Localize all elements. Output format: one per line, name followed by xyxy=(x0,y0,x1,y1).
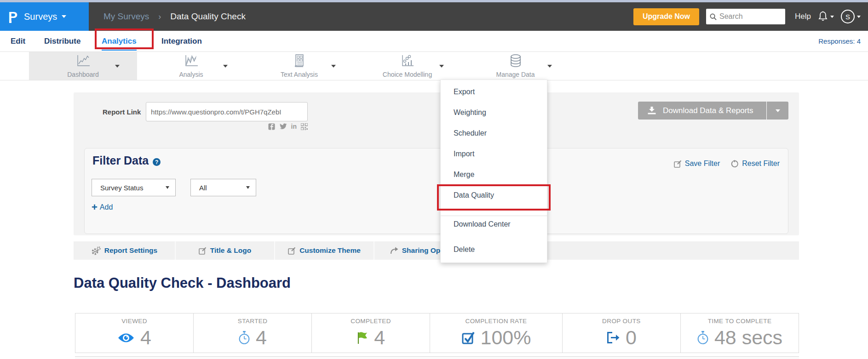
linkedin-icon[interactable]: in xyxy=(291,123,297,130)
chevron-down-icon xyxy=(776,109,780,112)
toolbar-item-label: Text Analysis xyxy=(245,71,353,78)
edit-icon xyxy=(674,160,682,168)
search-input[interactable] xyxy=(719,12,779,21)
customize-theme-label: Customize Theme xyxy=(299,246,361,255)
facebook-icon[interactable] xyxy=(268,123,275,130)
chevron-down-icon[interactable] xyxy=(331,65,336,68)
chevron-down-icon xyxy=(857,16,861,18)
stat-label: DROP OUTS xyxy=(602,318,641,325)
multi-line-chart-icon xyxy=(184,54,199,69)
menu-item-scheduler[interactable]: Scheduler xyxy=(454,129,487,137)
filter-field-value: Survey Status xyxy=(100,184,143,192)
scatter-chart-icon xyxy=(400,54,415,69)
tab-integration[interactable]: Integration xyxy=(161,31,202,51)
filter-selects-row: Survey Status All xyxy=(92,179,256,196)
plus-icon: + xyxy=(92,203,98,212)
report-actions-strip: Report Settings Title & Logo Customize T… xyxy=(74,241,799,260)
help-link[interactable]: Help xyxy=(795,12,811,21)
breadcrumb-my-surveys[interactable]: My Surveys xyxy=(103,11,149,22)
eye-icon xyxy=(117,332,135,343)
document-report-icon xyxy=(293,54,305,69)
product-name: Surveys xyxy=(24,11,57,22)
header-right-group: Upgrade Now Help S xyxy=(633,2,861,31)
stat-label: STARTED xyxy=(238,318,268,325)
share-icon xyxy=(390,247,398,254)
add-filter-button[interactable]: + Add xyxy=(92,203,113,212)
line-chart-icon xyxy=(75,54,91,69)
account-menu[interactable]: S xyxy=(841,10,861,23)
notifications-menu[interactable] xyxy=(818,11,834,22)
product-switcher[interactable]: P Surveys xyxy=(0,2,89,31)
toolbar-item-label: Dashboard xyxy=(29,71,137,78)
reset-icon xyxy=(731,160,739,168)
database-icon xyxy=(509,54,523,70)
chevron-down-icon[interactable] xyxy=(547,65,552,68)
customize-theme-button[interactable]: Customize Theme xyxy=(275,241,374,260)
menu-item-data-quality[interactable]: Data Quality xyxy=(454,191,494,199)
upgrade-now-button[interactable]: Upgrade Now xyxy=(633,8,699,25)
toolbar-item-label: Choice Modelling xyxy=(353,71,461,78)
stat-drop-outs: DROP OUTS 0 xyxy=(563,313,681,353)
report-link-input[interactable] xyxy=(146,102,308,121)
stat-value: 4 xyxy=(374,326,385,349)
reset-filter-label: Reset Filter xyxy=(742,160,780,168)
toolbar-item-analysis[interactable]: Analysis xyxy=(137,52,245,80)
title-logo-button[interactable]: Title & Logo xyxy=(176,241,275,260)
tab-edit[interactable]: Edit xyxy=(11,31,25,51)
edit-icon xyxy=(288,247,296,255)
breadcrumb-separator-icon: › xyxy=(158,12,161,22)
help-icon[interactable]: ? xyxy=(153,158,161,166)
chevron-down-icon xyxy=(62,15,66,18)
page-title: Data Quality Check - Dashboard xyxy=(74,275,291,291)
chevron-down-icon[interactable] xyxy=(439,65,444,68)
download-dropdown-toggle[interactable] xyxy=(766,102,788,120)
manage-data-dropdown-menu: Export Weighting Scheduler Import Merge … xyxy=(440,80,547,263)
menu-item-export[interactable]: Export xyxy=(454,88,475,96)
next-section-top-border xyxy=(75,356,799,359)
menu-item-merge[interactable]: Merge xyxy=(454,171,474,179)
filter-value-value: All xyxy=(199,184,207,192)
report-settings-button[interactable]: Report Settings xyxy=(74,241,176,260)
chevron-down-icon xyxy=(166,186,169,189)
filter-value-select[interactable]: All xyxy=(190,179,256,196)
chevron-down-icon xyxy=(830,16,834,18)
stat-value: 4 xyxy=(140,326,151,349)
toolbar-item-choice-modelling[interactable]: Choice Modelling xyxy=(353,52,461,80)
stat-time-to-complete: TIME TO COMPLETE 48 secs xyxy=(681,313,799,353)
search-icon xyxy=(710,13,717,20)
breadcrumb-current: Data Quality Check xyxy=(170,11,246,22)
filter-field-select[interactable]: Survey Status xyxy=(92,179,176,196)
survey-stats-table: VIEWED 4 STARTED 4 COMPLETED 4 COMPLETIO… xyxy=(75,313,799,353)
chevron-down-icon[interactable] xyxy=(223,65,228,68)
toolbar-item-label: Analysis xyxy=(137,71,245,78)
toolbar-item-dashboard[interactable]: Dashboard xyxy=(29,52,137,80)
filter-links: Save Filter Reset Filter xyxy=(674,160,780,168)
qr-code-icon[interactable] xyxy=(301,123,308,130)
filter-data-title: Filter Data xyxy=(92,154,149,167)
reset-filter-button[interactable]: Reset Filter xyxy=(731,160,780,168)
analytics-toolbar: Dashboard Analysis Text Analysis Choice … xyxy=(0,51,868,80)
toolbar-item-label: Manage Data xyxy=(461,71,569,78)
tab-analytics[interactable]: Analytics xyxy=(102,31,137,51)
menu-item-weighting[interactable]: Weighting xyxy=(454,108,486,117)
toolbar-item-text-analysis[interactable]: Text Analysis xyxy=(245,52,353,80)
download-data-reports-button[interactable]: Download Data & Reports xyxy=(638,102,788,120)
menu-item-import[interactable]: Import xyxy=(454,150,474,158)
app-window: P Surveys My Surveys › Data Quality Chec… xyxy=(0,0,868,359)
save-filter-label: Save Filter xyxy=(685,160,720,168)
toolbar-item-manage-data[interactable]: Manage Data xyxy=(461,52,569,80)
report-link-label: Report Link xyxy=(103,108,141,116)
save-filter-button[interactable]: Save Filter xyxy=(674,160,720,168)
stat-value: 0 xyxy=(626,326,637,349)
menu-item-delete[interactable]: Delete xyxy=(454,245,475,254)
search-box[interactable] xyxy=(706,9,785,24)
add-filter-label: Add xyxy=(100,203,113,211)
exit-icon xyxy=(606,331,620,344)
tab-distribute[interactable]: Distribute xyxy=(44,31,80,51)
survey-tab-bar: Edit Distribute Analytics Integration Re… xyxy=(0,31,868,51)
menu-item-download-center[interactable]: Download Center xyxy=(454,220,511,228)
checkbox-checked-icon xyxy=(461,331,475,345)
twitter-icon[interactable] xyxy=(279,123,287,130)
stat-value: 48 secs xyxy=(714,326,782,349)
chevron-down-icon[interactable] xyxy=(115,65,120,68)
